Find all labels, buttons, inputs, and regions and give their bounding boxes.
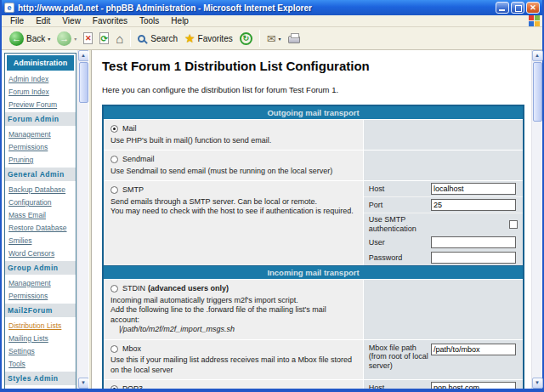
pop3-radio[interactable] — [110, 385, 118, 389]
sidebar-header-forum-admin: Forum Admin — [5, 112, 76, 126]
smtp-desc-line1: Send emails through a SMTP server. Can b… — [110, 197, 356, 207]
menu-help[interactable]: Help — [165, 16, 195, 26]
sidebar-item-group-management[interactable]: Management — [5, 276, 76, 289]
menu-edit[interactable]: Edit — [30, 16, 56, 26]
menu-favorites[interactable]: Favorites — [87, 16, 133, 26]
sidebar-item-pruning[interactable]: Pruning — [5, 153, 76, 166]
main-scrollbar-thumb[interactable] — [533, 62, 542, 122]
mail-radio[interactable] — [110, 125, 118, 133]
smtp-radio[interactable] — [110, 186, 118, 194]
sidebar-item-tools[interactable]: Tools — [5, 357, 76, 370]
mail-row: Mail Use PHP's built in mail() function … — [104, 119, 523, 150]
back-icon: ← — [9, 31, 24, 46]
mail-desc: Use PHP's built in mail() function to se… — [110, 136, 356, 146]
mbox-radio[interactable] — [110, 345, 118, 353]
stop-button[interactable]: ✕ — [80, 31, 96, 46]
browser-window: e http://www.pda0.net - phpBB Administra… — [0, 0, 544, 392]
pop3-row: POP3 Receive emails from a standard POP3… — [104, 379, 523, 389]
scroll-up-icon[interactable]: ▲ — [78, 50, 89, 61]
mail-dropdown-icon[interactable]: ▾ — [279, 36, 281, 42]
sidebar-item-configuration[interactable]: Configuration — [5, 196, 76, 208]
stdin-radio[interactable] — [110, 285, 118, 293]
refresh-button[interactable]: ⟳ — [96, 31, 112, 46]
home-button[interactable]: ⌂ — [112, 31, 127, 47]
stdin-label: STDIN — [122, 284, 145, 294]
sidebar-nav-box: Administration Admin Index Forum Index P… — [4, 53, 76, 389]
sidebar-scrollbar[interactable]: ▲ ▼ — [77, 50, 88, 389]
mbox-settings-cell: Mbox file path (from root of local serve… — [364, 340, 523, 380]
sendmail-desc: Use Sendmail to send email (must be runn… — [110, 167, 356, 177]
sidebar-item-distribution-lists[interactable]: Distribution Lists — [5, 319, 76, 332]
content-frames: Administration Admin Index Forum Index P… — [2, 50, 542, 389]
back-dropdown-icon[interactable]: ▾ — [48, 36, 50, 42]
restore-button[interactable] — [511, 2, 524, 14]
smtp-host-input[interactable] — [431, 183, 516, 195]
sidebar-item-forum-management[interactable]: Management — [5, 128, 76, 140]
minimize-button[interactable] — [496, 2, 509, 14]
stdin-row: STDIN (advanced users only) Incoming mai… — [104, 279, 523, 339]
sidebar-item-forum-index[interactable]: Forum Index — [5, 85, 76, 98]
search-label: Search — [150, 34, 178, 43]
stdin-option-cell: STDIN (advanced users only) Incoming mai… — [104, 280, 364, 339]
mbox-path-input[interactable] — [431, 344, 516, 355]
window-title: http://www.pda0.net - phpBB Administrati… — [18, 3, 492, 13]
smtp-settings-cell: Host Port Use SMTP authentication U — [364, 181, 523, 265]
sidebar-item-backup-database[interactable]: Backup Database — [5, 183, 76, 196]
stdin-right-cell — [364, 280, 523, 339]
menu-view[interactable]: View — [56, 16, 87, 26]
smtp-password-input[interactable] — [431, 252, 516, 264]
print-button[interactable] — [285, 31, 303, 45]
mbox-option-cell: Mbox Use this if your mailing list addre… — [104, 340, 364, 380]
sidebar-header-general-admin: General Admin — [5, 168, 76, 181]
mail-right-cell — [364, 120, 523, 150]
history-button[interactable]: ↻ — [236, 31, 256, 47]
smtp-desc-line2: You may need to check with the host to s… — [110, 207, 356, 217]
pop3-host-input[interactable] — [431, 382, 516, 389]
pop3-settings-cell: Host Port User Password — [364, 380, 523, 389]
back-button[interactable]: ← Back ▾ — [6, 30, 54, 48]
print-icon — [288, 36, 300, 43]
favorites-button[interactable]: ★ Favorites — [181, 31, 236, 46]
sidebar-item-restore-database[interactable]: Restore Database — [5, 221, 76, 234]
config-table: Outgoing mail transport Mail Use PHP's b… — [102, 105, 524, 389]
sidebar-item-smilies[interactable]: Smilies — [5, 234, 76, 247]
sidebar-item-add[interactable]: Add — [5, 387, 76, 389]
mail-icon: ✉ — [267, 33, 276, 44]
menu-tools[interactable]: Tools — [133, 16, 165, 26]
close-button[interactable] — [526, 2, 540, 14]
main-scrollbar[interactable]: ▲ ▼ — [531, 50, 542, 389]
forward-dropdown-icon[interactable]: ▾ — [74, 36, 76, 42]
back-label: Back — [26, 34, 45, 43]
smtp-port-input[interactable] — [431, 199, 516, 211]
sidebar-item-settings[interactable]: Settings — [5, 344, 76, 357]
outgoing-section-header: Outgoing mail transport — [104, 106, 523, 119]
sidebar-header-styles-admin: Styles Admin — [5, 372, 76, 385]
sidebar-header-administration: Administration — [7, 55, 74, 71]
search-button[interactable]: Search — [134, 32, 181, 45]
sidebar-item-forum-permissions[interactable]: Permissions — [5, 140, 76, 153]
main-content: Test Forum 1 Distribution List Configura… — [92, 50, 531, 389]
stdin-code-path: |/path/to/m2f/m2f_import_msgs.sh — [119, 325, 356, 335]
scroll-down-icon[interactable]: ▼ — [532, 378, 543, 389]
scroll-down-icon[interactable]: ▼ — [78, 378, 89, 389]
pop3-option-cell: POP3 Receive emails from a standard POP3… — [104, 380, 364, 389]
mail-button[interactable]: ✉ ▾ — [264, 31, 285, 46]
smtp-label: SMTP — [122, 185, 144, 196]
scroll-up-icon[interactable]: ▲ — [532, 50, 543, 61]
sidebar-item-preview-forum[interactable]: Preview Forum — [5, 98, 76, 111]
sidebar-item-mass-email[interactable]: Mass Email — [5, 208, 76, 221]
smtp-user-input[interactable] — [431, 236, 516, 248]
mail-option-cell: Mail Use PHP's built in mail() function … — [104, 120, 364, 150]
sidebar-item-word-censors[interactable]: Word Censors — [5, 247, 76, 259]
menu-file[interactable]: File — [4, 16, 30, 26]
sidebar-item-group-permissions[interactable]: Permissions — [5, 289, 76, 302]
pop3-host-label: Host — [369, 383, 431, 389]
sidebar-item-mailing-lists[interactable]: Mailing Lists — [5, 332, 76, 344]
stop-icon: ✕ — [83, 32, 93, 44]
sendmail-radio[interactable] — [110, 156, 118, 163]
forward-button[interactable]: → ▾ — [54, 30, 80, 48]
sidebar-scrollbar-thumb[interactable] — [79, 62, 88, 103]
sidebar-item-admin-index[interactable]: Admin Index — [5, 72, 76, 85]
smtp-auth-checkbox[interactable] — [509, 220, 518, 229]
mbox-path-label-text: Mbox file path — [369, 344, 416, 352]
